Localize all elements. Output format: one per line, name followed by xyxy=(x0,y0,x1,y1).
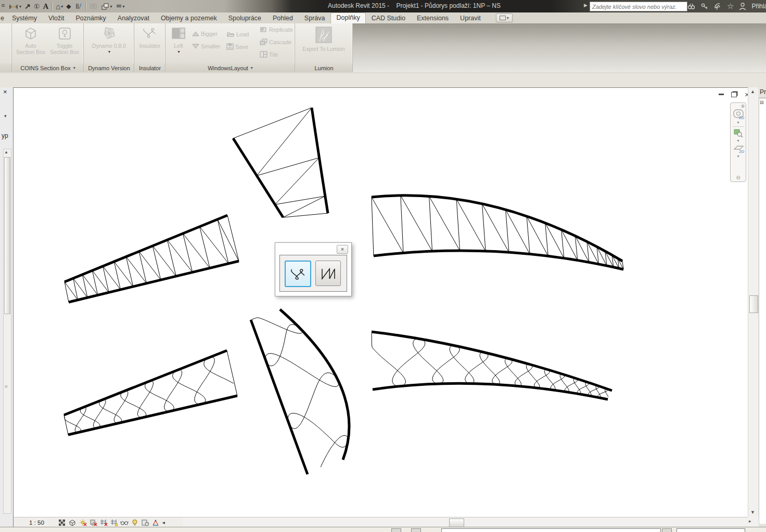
wedge-truss[interactable] xyxy=(65,215,227,282)
modify-fragment-icon[interactable] xyxy=(1,1,5,11)
browser-tree-edge[interactable]: ⊟ xyxy=(759,98,766,524)
reveal-hidden-elements-icon[interactable] xyxy=(131,518,139,527)
auto-section-box-button[interactable]: Auto Section Box xyxy=(15,25,47,55)
batt-pattern-button[interactable] xyxy=(285,261,311,287)
panel-windowslayout-footer[interactable]: WindowsLayout ▾ xyxy=(166,63,295,72)
export-to-lumion-button[interactable]: Export To Lumion xyxy=(298,25,350,52)
arc-truss[interactable] xyxy=(374,251,623,269)
scrollbar-thumb[interactable] xyxy=(4,157,10,314)
text-button[interactable]: A xyxy=(43,1,48,11)
layout-left-button[interactable]: Left ▾ xyxy=(168,25,189,55)
dynamo-version-button[interactable]: Dynamo 0.8.0 ▾ xyxy=(87,25,131,55)
ribbon-display-toggle[interactable]: ▾ xyxy=(496,14,513,22)
properties-scrollbar[interactable]: ▲ ≡ xyxy=(3,149,11,514)
wedge-truss[interactable] xyxy=(69,261,239,302)
crescent-batt[interactable] xyxy=(251,318,348,467)
close-hidden-windows-button[interactable] xyxy=(90,1,98,11)
crescent-batt[interactable] xyxy=(251,320,308,474)
chevron-down-icon[interactable]: ▾ xyxy=(110,4,112,9)
render-button[interactable]: ◆ xyxy=(66,1,71,11)
tab-poznamky[interactable]: Poznámky xyxy=(70,13,111,23)
sign-in-user-icon[interactable] xyxy=(738,2,747,10)
detail-level-icon[interactable] xyxy=(58,518,67,527)
navigation-wheel-icon[interactable]: 2D xyxy=(733,109,744,120)
wedge-truss[interactable] xyxy=(65,215,239,302)
default-3d-view-button[interactable]: ⌂ ▾ xyxy=(56,1,63,11)
vertical-scrollbar[interactable]: ▲ ▼ xyxy=(748,87,758,516)
panel-coins-footer[interactable]: COINS Section Box ▾ xyxy=(12,63,83,72)
arc-batt[interactable] xyxy=(372,333,608,398)
cascade-button[interactable]: Cascade xyxy=(260,38,291,45)
wedge-batt[interactable] xyxy=(68,396,237,435)
chevron-down-icon[interactable]: ▾ xyxy=(19,4,21,9)
dialog-close-button[interactable]: × xyxy=(337,245,348,254)
tab-doplnky[interactable]: Doplňky xyxy=(330,12,365,23)
show-crop-region-icon[interactable] xyxy=(110,518,119,527)
status-dropdown-field[interactable] xyxy=(676,528,745,532)
tab-fragment[interactable]: e xyxy=(0,13,6,23)
wedge-batt[interactable] xyxy=(227,351,237,396)
tab-objemy-a-pozemek[interactable]: Objemy a pozemek xyxy=(155,13,223,23)
tag-by-category-button[interactable]: ① xyxy=(34,1,40,11)
navbar-collapse-icon[interactable]: ⊖ xyxy=(736,175,740,180)
arc-batt[interactable] xyxy=(373,383,608,399)
view-scale-button[interactable]: 1 : 50 xyxy=(29,520,44,526)
sun-path-off-icon[interactable] xyxy=(79,518,87,527)
tab-cad-studio[interactable]: CAD Studio xyxy=(366,13,411,23)
temporary-hide-isolate-icon[interactable] xyxy=(120,518,129,527)
aligned-dimension-button[interactable]: ▾ xyxy=(8,1,21,11)
switch-windows-button[interactable]: ▾ xyxy=(101,1,112,11)
fan-truss[interactable] xyxy=(312,108,328,213)
tab-spoluprace[interactable]: Spolupráce xyxy=(223,13,267,23)
zoom-icon[interactable] xyxy=(733,128,744,138)
scroll-up-icon[interactable]: ▲ xyxy=(750,89,755,94)
scroll-right-icon[interactable]: ▸ xyxy=(749,518,751,524)
tab-extensions[interactable]: Extensions xyxy=(411,13,454,23)
sign-in-label[interactable]: Přihlási xyxy=(751,3,766,10)
tab-pohled[interactable]: Pohled xyxy=(267,13,299,23)
pan-2d-icon[interactable]: 2D xyxy=(732,144,745,153)
scrollbar-thumb[interactable] xyxy=(749,295,758,313)
analytical-model-icon[interactable] xyxy=(151,518,160,527)
dialog-batt-glyph[interactable] xyxy=(291,269,304,279)
load-button[interactable]: Load xyxy=(226,31,249,37)
view-bar-collapse-icon[interactable]: ◂ xyxy=(162,520,165,525)
status-toggle-button[interactable] xyxy=(662,528,672,532)
temporary-view-properties-icon[interactable] xyxy=(141,518,150,527)
tab-upravit[interactable]: Upravit xyxy=(454,13,487,23)
fan-truss[interactable] xyxy=(233,138,283,217)
crop-view-off-icon[interactable] xyxy=(99,518,108,527)
status-toggle-button[interactable] xyxy=(391,528,401,532)
minimize-ribbon-button[interactable]: ▾ xyxy=(116,1,125,11)
restore-button[interactable] xyxy=(730,91,738,98)
minimize-button[interactable] xyxy=(717,91,725,98)
tab-analyzovat[interactable]: Analyzovat xyxy=(112,13,155,23)
status-toggle-button[interactable] xyxy=(411,528,421,532)
close-icon[interactable]: × xyxy=(3,88,7,96)
chevron-down-icon[interactable]: ▾ xyxy=(737,138,739,143)
type-selector-chevron-icon[interactable]: ▾ xyxy=(4,113,7,119)
smaller-button[interactable]: Smaller xyxy=(192,43,220,49)
tab-systemy[interactable]: Systémy xyxy=(6,13,43,23)
navbar-close-icon[interactable]: ⊗ xyxy=(741,104,745,109)
dialog-zigzag-glyph[interactable] xyxy=(322,269,335,279)
visual-style-icon[interactable] xyxy=(68,518,77,527)
communication-center-icon[interactable] xyxy=(713,2,722,10)
tree-collapse-icon[interactable]: ⊟ xyxy=(760,100,764,105)
bigger-button[interactable]: Bigger xyxy=(192,31,218,37)
horizontal-scrollbar[interactable] xyxy=(183,517,748,527)
wedge-batt[interactable] xyxy=(64,415,68,435)
shadows-off-icon[interactable] xyxy=(89,518,98,527)
infocenter-expand-icon[interactable]: ▶ xyxy=(584,3,588,8)
subscription-key-icon[interactable] xyxy=(700,2,709,10)
save-button[interactable]: Save xyxy=(226,43,248,50)
chevron-down-icon[interactable]: ▾ xyxy=(737,120,739,125)
thin-lines-button[interactable] xyxy=(74,1,82,11)
tab-sprava[interactable]: Správa xyxy=(299,13,331,23)
chevron-down-icon[interactable]: ▾ xyxy=(123,4,125,9)
drawing-area[interactable]: × ⊗ 2D ▾ ▾ 2D ▾ ⊖ × xyxy=(13,87,748,527)
scrollbar-thumb[interactable] xyxy=(449,518,464,527)
splitter-grip-icon[interactable]: ≡ xyxy=(5,386,7,387)
replicate-button[interactable]: Replicate xyxy=(260,26,293,33)
scroll-up-icon[interactable]: ▲ xyxy=(4,150,8,154)
